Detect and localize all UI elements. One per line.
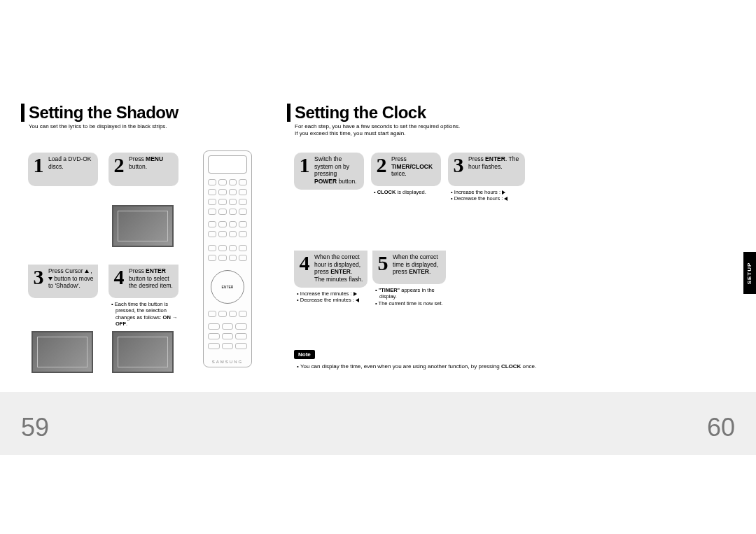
right-step-5: 5 When the correct time is displayed, pr… bbox=[372, 251, 446, 307]
page-left: Setting the Shadow You can set the lyric… bbox=[0, 0, 280, 534]
step-number: 1 bbox=[32, 155, 45, 174]
arrow-left-icon bbox=[356, 298, 359, 302]
step-2-sub: CLOCK is displayed. bbox=[371, 189, 441, 195]
left-title: Setting the Shadow bbox=[29, 103, 178, 122]
right-step-1: 1 Switch the system on by pressing POWER… bbox=[294, 153, 364, 190]
step-number: 3 bbox=[32, 267, 45, 286]
right-title: Setting the Clock bbox=[295, 103, 426, 122]
step-number: 5 bbox=[377, 253, 389, 272]
step-text: When the correct hour is displayed, pres… bbox=[314, 253, 363, 283]
manual-spread: Setting the Shadow You can set the lyric… bbox=[0, 0, 756, 534]
right-page-number: 60 bbox=[707, 413, 735, 442]
arrow-left-icon bbox=[504, 197, 507, 201]
left-step-2: 2 Press MENU button. bbox=[108, 153, 178, 186]
step-number: 2 bbox=[375, 155, 388, 174]
cursor-up-icon bbox=[85, 269, 89, 273]
step-text: Press MENU button. bbox=[129, 155, 174, 170]
shadow-select-screenshot bbox=[31, 331, 93, 373]
step-number: 1 bbox=[298, 155, 311, 174]
step-number: 4 bbox=[298, 253, 311, 272]
right-step-4: 4 When the correct hour is displayed, pr… bbox=[294, 251, 368, 303]
step-3-sub: Increase the hours : Decrease the hours … bbox=[448, 189, 525, 202]
step-text: Load a DVD-OK discs. bbox=[48, 155, 94, 170]
step-text: Press TIMER/CLOCK twice. bbox=[391, 155, 437, 178]
step-number: 2 bbox=[113, 155, 125, 174]
step-text: Press ENTER. The hour flashes. bbox=[468, 155, 521, 170]
left-step-4: 4 Press ENTER button to select the desir… bbox=[108, 265, 178, 328]
left-step-1: 1 Load a DVD-OK discs. bbox=[28, 153, 98, 186]
left-title-block: Setting the Shadow bbox=[21, 103, 178, 122]
step-text: Press Cursor , button to move to 'Shadow… bbox=[48, 267, 94, 290]
arrow-right-icon bbox=[502, 190, 505, 195]
step-text: Press ENTER button to select the desired… bbox=[129, 267, 174, 290]
remote-lcd bbox=[208, 155, 247, 174]
remote-dpad bbox=[211, 270, 244, 304]
step-text: When the correct time is displayed, pres… bbox=[393, 253, 442, 276]
arrow-right-icon bbox=[354, 292, 357, 296]
page-right: Setting the Clock For each step, you hav… bbox=[280, 0, 756, 534]
setup-tab: SETUP bbox=[743, 252, 756, 294]
right-step-3: 3 Press ENTER. The hour flashes. Increas… bbox=[448, 153, 525, 202]
remote-brand: SAMSUNG bbox=[204, 360, 251, 364]
left-subtitle: You can set the lyrics to be displayed i… bbox=[29, 123, 167, 130]
shadow-result-screenshot bbox=[112, 331, 174, 373]
step-number: 3 bbox=[452, 155, 465, 174]
title-accent-bar bbox=[287, 104, 290, 122]
left-step-3: 3 Press Cursor , button to move to 'Shad… bbox=[28, 265, 98, 298]
step-number: 4 bbox=[113, 267, 125, 286]
step-5-sub: "TIMER" appears in the display. The curr… bbox=[372, 287, 446, 307]
right-step-2: 2 Press TIMER/CLOCK twice. CLOCK is disp… bbox=[371, 153, 441, 195]
step-text: Switch the system on by pressing POWER b… bbox=[314, 155, 360, 185]
right-subtitle: For each step, you have a few seconds to… bbox=[295, 123, 460, 136]
note-label: Note bbox=[294, 350, 315, 359]
step-4-sub: Each time the button is pressed, the sel… bbox=[108, 301, 178, 328]
note-text: • You can display the time, even when yo… bbox=[294, 363, 536, 370]
title-accent-bar bbox=[21, 104, 24, 122]
left-page-number: 59 bbox=[21, 413, 49, 442]
note-block: Note • You can display the time, even wh… bbox=[294, 346, 536, 370]
step-4-sub: Increase the minutes : Decrease the minu… bbox=[294, 290, 368, 304]
right-title-block: Setting the Clock bbox=[287, 103, 426, 122]
remote-illustration: SAMSUNG bbox=[203, 150, 252, 367]
menu-screenshot bbox=[112, 205, 174, 247]
